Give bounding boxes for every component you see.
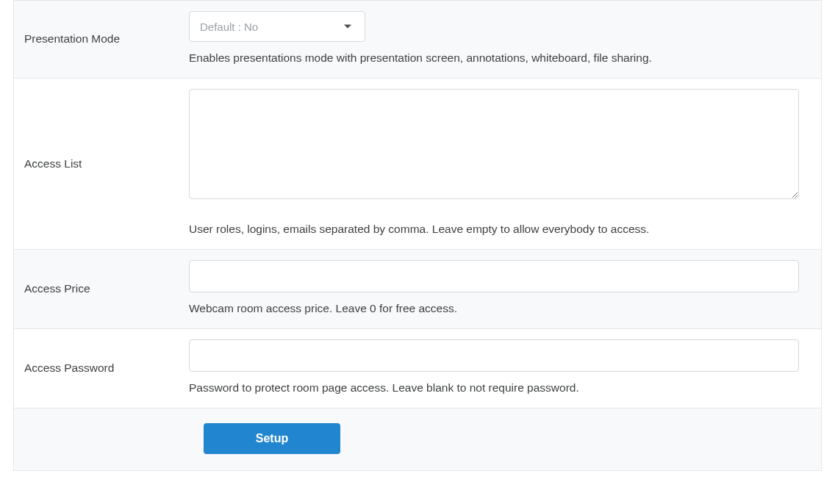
desc-presentation-mode: Enables presentations mode with presenta…: [189, 51, 811, 66]
row-access-list: Access List User roles, logins, emails s…: [14, 78, 821, 249]
label-access-list-highlight: Access List: [24, 157, 82, 170]
label-access-password: Access Password: [24, 361, 114, 375]
settings-form: Presentation Mode Default : No Enables p…: [13, 0, 822, 471]
presentation-mode-select[interactable]: Default : No: [189, 11, 365, 42]
row-presentation-mode: Presentation Mode Default : No Enables p…: [14, 0, 821, 78]
row-access-price: Access Price Webcam room access price. L…: [14, 249, 821, 328]
chevron-down-icon: [344, 25, 351, 29]
label-access-price: Access Price: [24, 282, 90, 295]
desc-access-price: Webcam room access price. Leave 0 for fr…: [189, 301, 811, 317]
access-price-input[interactable]: [189, 260, 799, 292]
presentation-mode-selected: Default : No: [200, 21, 258, 33]
label-access-list: Access List: [24, 157, 82, 170]
access-password-input[interactable]: [189, 339, 799, 372]
label-presentation-mode: Presentation Mode: [24, 32, 120, 46]
row-submit: Setup: [14, 408, 821, 470]
access-list-textarea[interactable]: [189, 89, 799, 199]
row-access-password: Access Password Password to protect room…: [14, 328, 821, 408]
desc-access-list: User roles, logins, emails separated by …: [189, 222, 811, 237]
desc-access-password: Password to protect room page access. Le…: [189, 381, 811, 396]
setup-button[interactable]: Setup: [204, 423, 340, 454]
